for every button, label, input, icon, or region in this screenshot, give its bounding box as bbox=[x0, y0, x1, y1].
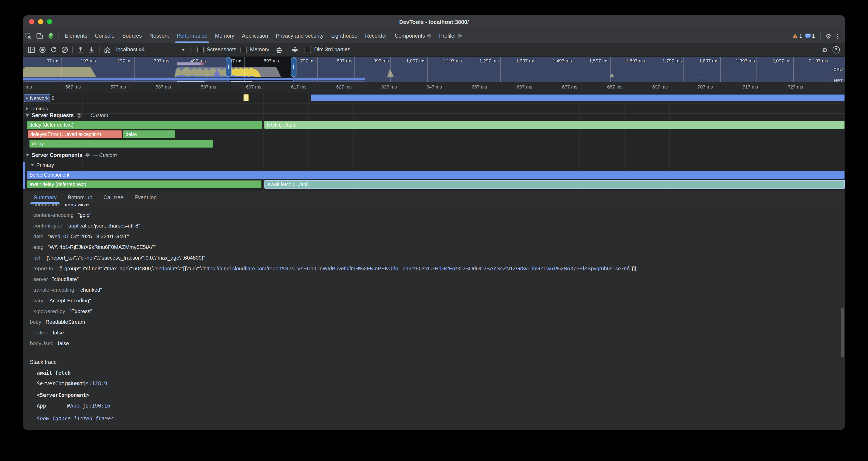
track-server-requests[interactable]: Server Requests — Custom bbox=[26, 113, 108, 118]
issues-badge[interactable]: 1 bbox=[805, 33, 815, 39]
capture-settings-gear-icon[interactable]: ⚙ bbox=[819, 44, 830, 55]
home-icon[interactable] bbox=[102, 44, 113, 55]
server-requests-custom-label: — Custom bbox=[84, 113, 108, 118]
property-x-powered-by: x-powered-by"Express" bbox=[23, 306, 845, 317]
details-scrollbar[interactable] bbox=[841, 308, 844, 357]
collapse-server-components-icon[interactable] bbox=[26, 154, 29, 156]
property-value: false bbox=[58, 340, 69, 346]
overview-time-label: 697 ms bbox=[244, 58, 279, 63]
server-requests-title: Server Requests bbox=[32, 113, 74, 118]
track-primary[interactable]: Primary bbox=[31, 162, 54, 168]
track-timings[interactable]: Timings bbox=[26, 106, 48, 112]
property-value: "cloudflare" bbox=[52, 276, 79, 282]
tab-application[interactable]: Application bbox=[238, 29, 272, 43]
react-atom-icon bbox=[76, 113, 82, 118]
details-tab-bottom-up[interactable]: Bottom-up bbox=[63, 191, 97, 204]
tab-privacy-and-security[interactable]: Privacy and security bbox=[272, 29, 328, 43]
tab-elements[interactable]: Elements bbox=[61, 29, 91, 43]
tab-recorder[interactable]: Recorder bbox=[361, 29, 391, 43]
warnings-badge[interactable]: 1 bbox=[793, 33, 802, 39]
ruler-time-label: 667 ms bbox=[497, 84, 532, 89]
details-tab-call-tree[interactable]: Call tree bbox=[99, 191, 128, 204]
track-network[interactable]: Network bbox=[24, 94, 51, 102]
selection-left-handle[interactable] bbox=[226, 57, 231, 77]
settings-gear-icon[interactable]: ⚙ bbox=[826, 33, 831, 39]
clear-icon[interactable] bbox=[59, 44, 70, 55]
timeline-entry-delay-deferred-text-[interactable]: delay (deferred text) bbox=[27, 121, 262, 129]
timeline-entry-servercomponent[interactable]: ServerComponent bbox=[27, 171, 845, 179]
collapse-icon[interactable] bbox=[289, 44, 301, 55]
memory-checkbox[interactable] bbox=[241, 47, 247, 53]
ruler-time-label: 647 ms bbox=[407, 84, 442, 89]
details-tab-summary[interactable]: Summary bbox=[29, 191, 61, 204]
toggle-sidebar-icon[interactable] bbox=[26, 44, 37, 55]
property-bodyUsed: bodyUsedfalse bbox=[23, 338, 845, 349]
collapse-server-requests-icon[interactable] bbox=[26, 114, 29, 117]
property-key: bodyUsed bbox=[30, 340, 54, 346]
timeline-entry-delay[interactable]: delay bbox=[123, 130, 176, 139]
divider bbox=[72, 46, 73, 54]
property-value: "{\"report_to\":\"cf-nel\",\"success_fra… bbox=[44, 255, 205, 261]
profile-select[interactable]: localhost #4 bbox=[113, 47, 188, 53]
source-location-link[interactable]: App.js:128:9 bbox=[70, 378, 107, 389]
reload-record-icon[interactable] bbox=[48, 44, 59, 55]
timeline-entry-delayederror-ayed-exception-[interactable]: delayedError (…ayed exception) bbox=[27, 130, 122, 139]
timeline-entry[interactable] bbox=[244, 94, 249, 102]
details-tab-event-log[interactable]: Event log bbox=[130, 191, 161, 204]
device-toolbar-icon[interactable] bbox=[34, 29, 45, 43]
timeline-entry-fetch-api-[interactable]: fetch (…/api) bbox=[264, 121, 845, 129]
load-profile-icon[interactable] bbox=[75, 44, 86, 55]
tab-sources[interactable]: Sources bbox=[118, 29, 146, 43]
selection-right-handle[interactable] bbox=[291, 57, 296, 77]
tab-memory[interactable]: Memory bbox=[211, 29, 238, 43]
overview-time-label: 997 ms bbox=[354, 58, 389, 63]
collapse-primary-icon[interactable] bbox=[31, 164, 34, 166]
timeline-entry[interactable] bbox=[311, 94, 845, 102]
frame-function: ServerComponent bbox=[37, 378, 67, 389]
stack-frame: ServerComponent@ App.js:128:9 bbox=[37, 378, 845, 389]
property-value: "Accept-Encoding" bbox=[48, 298, 91, 304]
kebab-menu-icon[interactable]: ⋮ bbox=[834, 33, 841, 39]
record-icon[interactable] bbox=[37, 44, 48, 55]
tab-lighthouse[interactable]: Lighthouse bbox=[328, 29, 361, 43]
property-key: etag bbox=[33, 244, 43, 250]
tab-profiler[interactable]: Profiler bbox=[435, 29, 466, 43]
property-content-type: content-type"application/json; charset=u… bbox=[23, 221, 845, 231]
tab-components[interactable]: Components bbox=[391, 29, 435, 43]
timeline-entry-await-fetch-api-[interactable]: await fetch (…/api) bbox=[265, 180, 845, 189]
source-location-link[interactable]: App.js:190:16 bbox=[70, 401, 110, 411]
devtools-window: DevTools - localhost:3000/ ElementsConso… bbox=[23, 16, 845, 430]
ruler-time-label: 637 ms bbox=[362, 84, 397, 89]
timeline-entry-await-delay-deferred-text-[interactable]: await delay (deferred text) bbox=[27, 180, 262, 189]
timeline-entry-delay[interactable]: delay bbox=[29, 139, 213, 148]
property-value: "Express" bbox=[69, 308, 92, 314]
report-url-link[interactable]: https://a.nel.cloudflare.com/report/v4?s… bbox=[204, 265, 628, 271]
tab-console[interactable]: Console bbox=[91, 29, 118, 43]
garbage-collect-icon[interactable] bbox=[274, 44, 285, 55]
expand-network-icon[interactable] bbox=[26, 96, 28, 100]
dim-3rd-parties-checkbox[interactable] bbox=[305, 47, 311, 53]
property-key: date bbox=[33, 233, 43, 239]
save-profile-icon[interactable] bbox=[86, 44, 97, 55]
property-value: "application/json; charset=utf-8" bbox=[66, 223, 140, 229]
track-server-components[interactable]: Server Components — Custom bbox=[26, 152, 117, 158]
screenshots-checkbox[interactable] bbox=[197, 47, 204, 53]
ruler-time-label: 707 ms bbox=[678, 84, 713, 89]
property-key: content-type bbox=[33, 223, 62, 229]
overview-time-label: 1,097 ms bbox=[391, 58, 426, 63]
property-key: content-encoding bbox=[33, 212, 74, 218]
overview-time-label: 1,497 ms bbox=[537, 58, 572, 63]
tab-performance[interactable]: Performance bbox=[173, 29, 211, 43]
show-ignore-listed-frames-link[interactable]: Show ignore-listed frames bbox=[37, 413, 114, 424]
expand-timings-icon[interactable] bbox=[26, 107, 28, 110]
inspect-element-icon[interactable] bbox=[23, 29, 34, 43]
title-bar: DevTools - localhost:3000/ bbox=[23, 16, 845, 29]
help-icon[interactable]: ? bbox=[830, 44, 841, 55]
tab-network[interactable]: Network bbox=[146, 29, 173, 43]
extension-icon[interactable] bbox=[45, 29, 56, 43]
detail-time-ruler[interactable]: ms 567 ms577 ms587 ms597 ms607 ms617 ms6… bbox=[23, 82, 845, 93]
property-transfer-encoding: transfer-encoding"chunked" bbox=[23, 285, 845, 295]
overview-time-label: 197 ms bbox=[61, 58, 96, 63]
timeline-overview[interactable]: 97 ms197 ms297 ms397 ms497 ms597 ms697 m… bbox=[23, 57, 845, 82]
property-key: body bbox=[30, 319, 41, 325]
